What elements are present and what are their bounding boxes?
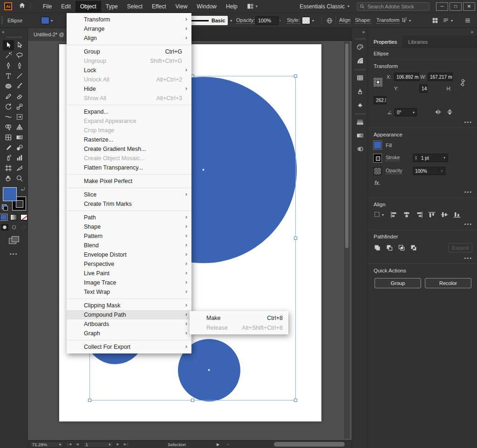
draw-normal-icon[interactable] <box>1 224 8 231</box>
zoom-tool[interactable] <box>14 173 25 183</box>
w-field[interactable]: 167.217 mm <box>428 73 453 81</box>
object-menu-item-compound-path[interactable]: Compound Path› <box>67 310 191 319</box>
align-link[interactable]: Align <box>339 13 350 28</box>
workspace-switcher-icon[interactable]: ▾ <box>247 3 258 10</box>
status-right-arrow-icon[interactable]: ▶ <box>217 442 219 447</box>
align-bottom-button[interactable] <box>453 211 461 218</box>
scale-tool[interactable] <box>14 102 25 112</box>
default-fill-stroke-icon[interactable] <box>2 204 8 210</box>
eyedropper-tool[interactable] <box>3 143 14 153</box>
align-right-button[interactable] <box>415 211 423 218</box>
menubar-effect[interactable]: Effect <box>147 1 170 12</box>
align-middle-v-button[interactable] <box>440 211 449 218</box>
stock-search[interactable] <box>357 2 429 11</box>
symbol-sprayer-tool[interactable] <box>3 153 14 163</box>
rotate-tool[interactable] <box>3 102 14 112</box>
free-transform-tool[interactable] <box>14 112 25 122</box>
fill-swatch[interactable] <box>374 141 382 149</box>
menubar-object[interactable]: Object <box>75 1 101 12</box>
gradient-button[interactable] <box>10 214 17 220</box>
tab-properties[interactable]: Properties <box>368 36 402 47</box>
paintbrush-tool[interactable] <box>14 81 25 91</box>
arrange-documents-icon[interactable] <box>432 13 438 28</box>
swap-fill-stroke-icon[interactable]: ⤾ <box>21 186 25 192</box>
width-tool[interactable] <box>3 112 14 122</box>
object-menu-item-hide[interactable]: Hide› <box>67 84 191 94</box>
link-dimensions-icon[interactable] <box>453 79 472 87</box>
h-field[interactable]: 262.996 mm <box>374 96 387 104</box>
opacity-swatch[interactable] <box>374 167 382 175</box>
draw-behind-icon[interactable] <box>10 224 18 231</box>
document-tab[interactable]: Untitled-2* @ <box>28 28 70 41</box>
tab-libraries[interactable]: Libraries <box>402 36 433 47</box>
fill-swatch[interactable] <box>41 17 49 24</box>
shape-link[interactable]: Shape: <box>355 13 371 28</box>
object-menu-item-group[interactable]: GroupCtrl+G <box>67 47 191 56</box>
color-guide-panel-icon[interactable] <box>354 54 366 67</box>
object-menu-item-align[interactable]: Align› <box>67 34 191 43</box>
swatches-panel-icon[interactable] <box>354 72 366 84</box>
object-menu-item-collect-for-export[interactable]: Collect For Export› <box>67 342 191 352</box>
ellipse-tool[interactable] <box>3 81 14 91</box>
stroke-weight-stepper[interactable]: ▴▾ <box>413 154 419 162</box>
artboard-navigation-select[interactable]: 1▾ <box>83 441 113 448</box>
color-button[interactable] <box>0 214 7 220</box>
maximize-button[interactable]: □ <box>450 2 462 11</box>
reference-point-locator[interactable] <box>374 78 387 88</box>
status-left-arrow-icon[interactable]: ‹ <box>227 442 229 447</box>
menubar-select[interactable]: Select <box>123 1 147 12</box>
align-top-button[interactable] <box>428 211 436 218</box>
chevron-right-icon[interactable]: › <box>439 167 445 175</box>
pathfinder-intersect-button[interactable] <box>398 244 405 251</box>
selection-handle[interactable] <box>294 75 297 78</box>
recolor-button[interactable]: Recolor <box>425 278 471 288</box>
object-menu-item-shape[interactable]: Shape› <box>67 222 191 231</box>
edit-toolbar-icon[interactable]: ••• <box>0 251 27 257</box>
eraser-tool[interactable] <box>14 91 25 102</box>
menubar-file[interactable]: File <box>38 1 56 12</box>
compound-path-item-make[interactable]: MakeCtrl+8 <box>190 313 288 323</box>
fill-label[interactable]: Fill <box>386 143 413 148</box>
object-menu-item-create-gradient-mesh[interactable]: Create Gradient Mesh... <box>67 144 191 154</box>
minimize-button[interactable]: ─ <box>436 2 448 11</box>
more-options-icon[interactable]: ••• <box>374 189 472 195</box>
collapse-panels-icon[interactable]: » <box>368 28 477 36</box>
object-menu-item-pattern[interactable]: Pattern› <box>67 231 191 241</box>
object-menu-item-slice[interactable]: Slice› <box>67 190 191 199</box>
opacity-label[interactable]: Opacity <box>386 168 402 174</box>
symbols-panel-icon[interactable]: ♣ <box>354 99 366 111</box>
gradient-tool[interactable] <box>14 132 25 143</box>
menubar-help[interactable]: Help <box>221 1 242 12</box>
object-menu-item-flatten-transparency[interactable]: Flatten Transparency... <box>67 163 191 172</box>
selection-handle[interactable] <box>294 237 297 240</box>
menubar-view[interactable]: View <box>171 1 192 12</box>
flip-horizontal-icon[interactable] <box>435 109 442 116</box>
vertical-scrollbar[interactable] <box>344 42 349 438</box>
chevron-down-icon[interactable]: ▾ <box>441 154 448 162</box>
y-field[interactable]: 148.5 mm <box>419 84 428 93</box>
mesh-tool[interactable] <box>3 132 14 143</box>
expand-panels-icon[interactable]: « <box>352 28 368 36</box>
workspace-selector[interactable]: Essentials Classic <box>300 3 345 10</box>
menu-list-icon[interactable] <box>464 13 471 28</box>
curvature-tool[interactable] <box>14 61 25 71</box>
group-button[interactable]: Group <box>375 278 421 288</box>
artboard-tool[interactable] <box>3 163 14 173</box>
horizontal-scrollbar-thumb[interactable] <box>274 442 345 447</box>
style-control[interactable]: ▾ <box>302 13 314 28</box>
stroke-label[interactable]: Stroke <box>386 155 400 161</box>
magic-wand-tool[interactable] <box>3 50 14 61</box>
selection-handle[interactable] <box>88 399 91 402</box>
type-tool[interactable] <box>3 71 14 81</box>
scrollbar-thumb[interactable] <box>345 43 348 248</box>
paragraph-options-icon[interactable]: ▾ <box>443 13 453 28</box>
close-button[interactable]: ✕ <box>463 2 475 11</box>
object-menu-item-create-trim-marks[interactable]: Create Trim Marks <box>67 199 191 209</box>
shape-builder-tool[interactable] <box>3 122 14 132</box>
opacity-label[interactable]: Opacity: <box>236 13 255 28</box>
perspective-grid-tool[interactable] <box>14 122 25 132</box>
object-menu-item-arrange[interactable]: Arrange› <box>67 24 191 34</box>
zoom-level-select[interactable]: 71.29%▾ <box>30 441 63 448</box>
selection-handle[interactable] <box>191 399 194 402</box>
stroke-style-control[interactable]: Basic ▾ <box>188 13 232 28</box>
